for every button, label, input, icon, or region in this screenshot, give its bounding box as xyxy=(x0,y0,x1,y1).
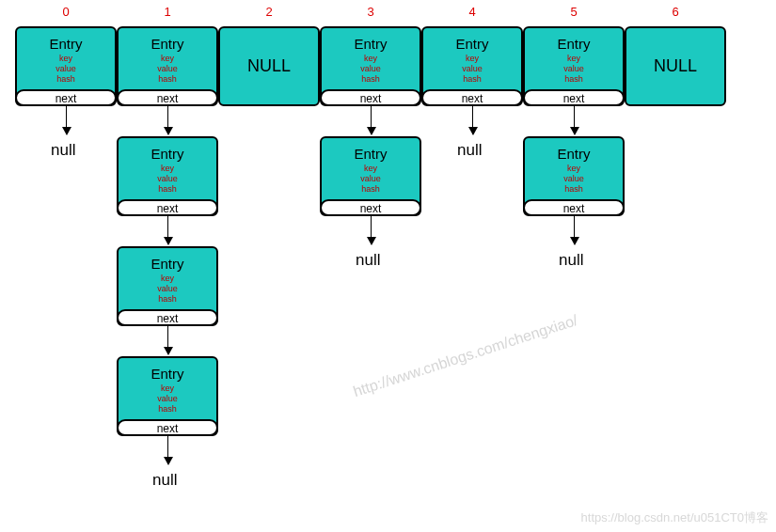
bucket-6-null: NULL xyxy=(625,26,726,106)
arrow-icon xyxy=(66,106,67,134)
entry-label: Entry xyxy=(119,36,216,52)
bucket-index-6: 6 xyxy=(664,5,687,19)
bucket-index-4: 4 xyxy=(461,5,483,19)
bucket-index-5: 5 xyxy=(562,5,585,19)
entry-label: Entry xyxy=(423,36,521,52)
entry-label: Entry xyxy=(119,146,216,162)
null-terminator: null xyxy=(457,141,482,160)
entry-fields: keyvaluehash xyxy=(423,54,521,85)
arrow-icon xyxy=(472,106,473,134)
bucket-4-entry: Entry keyvaluehash next xyxy=(421,26,523,106)
entry-fields: keyvaluehash xyxy=(119,274,216,305)
bucket-0-entry: Entry keyvaluehash next xyxy=(15,26,117,106)
bucket-2-null: NULL xyxy=(218,26,320,106)
entry-fields: keyvaluehash xyxy=(119,54,216,85)
bucket-5-node-1: Entry keyvaluehash next xyxy=(523,136,625,216)
bucket-1-node-1: Entry keyvaluehash next xyxy=(117,136,218,216)
next-pointer: next xyxy=(523,89,625,106)
entry-label: Entry xyxy=(322,36,420,52)
arrow-icon xyxy=(574,216,575,244)
next-pointer: next xyxy=(320,89,421,106)
null-terminator: null xyxy=(559,251,583,270)
next-pointer: next xyxy=(523,199,625,216)
next-pointer: next xyxy=(320,199,421,216)
entry-fields: keyvaluehash xyxy=(322,164,420,195)
next-pointer: next xyxy=(421,89,523,106)
bucket-index-0: 0 xyxy=(55,5,77,19)
arrow-icon xyxy=(167,326,168,354)
bucket-index-3: 3 xyxy=(359,5,382,19)
next-pointer: next xyxy=(15,89,117,106)
entry-label: Entry xyxy=(322,146,420,162)
bucket-1-node-3: Entry keyvaluehash next xyxy=(117,356,218,436)
entry-label: Entry xyxy=(525,36,623,52)
entry-label: Entry xyxy=(17,36,115,52)
hashmap-diagram: { "entry_label":"Entry", "fields":{"key"… xyxy=(0,0,776,532)
arrow-icon xyxy=(167,436,168,464)
bucket-3-node-1: Entry keyvaluehash next xyxy=(320,136,421,216)
entry-fields: keyvaluehash xyxy=(525,164,623,195)
bucket-3-entry: Entry keyvaluehash next xyxy=(320,26,421,106)
null-terminator: null xyxy=(356,251,380,270)
arrow-icon xyxy=(371,216,372,244)
next-pointer: next xyxy=(117,89,218,106)
next-pointer: next xyxy=(117,199,218,216)
arrow-icon xyxy=(574,106,575,134)
null-terminator: null xyxy=(51,141,75,160)
entry-fields: keyvaluehash xyxy=(322,54,420,85)
bucket-5-entry: Entry keyvaluehash next xyxy=(523,26,625,106)
entry-label: Entry xyxy=(525,146,623,162)
arrow-icon xyxy=(167,106,168,134)
next-pointer: next xyxy=(117,419,218,436)
entry-fields: keyvaluehash xyxy=(525,54,623,85)
entry-fields: keyvaluehash xyxy=(119,164,216,195)
bucket-1-node-2: Entry keyvaluehash next xyxy=(117,246,218,326)
next-pointer: next xyxy=(117,309,218,326)
watermark-diagonal: http://www.cnblogs.com/chengxiao/ xyxy=(351,312,579,400)
arrow-icon xyxy=(371,106,372,134)
entry-label: Entry xyxy=(119,366,216,382)
bucket-index-2: 2 xyxy=(258,5,280,19)
entry-label: Entry xyxy=(119,256,216,272)
watermark-bottom: https://blog.csdn.net/u051CT0博客 xyxy=(581,509,768,526)
bucket-index-1: 1 xyxy=(156,5,179,19)
bucket-1-entry: Entry keyvaluehash next xyxy=(117,26,218,106)
entry-fields: keyvaluehash xyxy=(119,383,216,415)
arrow-icon xyxy=(167,216,168,244)
entry-fields: keyvaluehash xyxy=(17,54,115,85)
null-terminator: null xyxy=(152,471,177,490)
